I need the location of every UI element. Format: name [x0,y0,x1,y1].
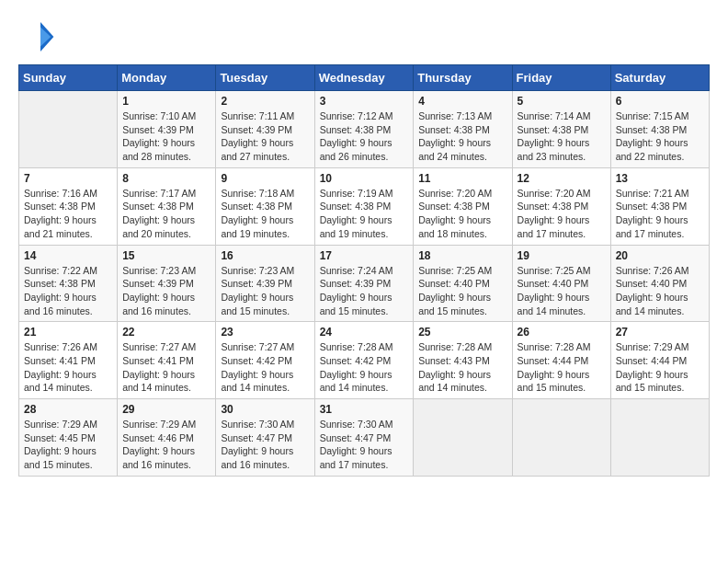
day-info: Sunrise: 7:29 AM Sunset: 4:44 PM Dayligh… [616,340,704,395]
calendar-cell: 8Sunrise: 7:17 AM Sunset: 4:38 PM Daylig… [118,167,216,245]
calendar-table: SundayMondayTuesdayWednesdayThursdayFrid… [18,64,710,477]
day-number: 31 [320,403,409,416]
day-info: Sunrise: 7:28 AM Sunset: 4:43 PM Dayligh… [418,340,506,395]
day-number: 29 [122,403,210,416]
day-info: Sunrise: 7:26 AM Sunset: 4:40 PM Dayligh… [616,264,704,318]
calendar-cell: 16Sunrise: 7:23 AM Sunset: 4:39 PM Dayli… [216,245,314,322]
day-info: Sunrise: 7:12 AM Sunset: 4:38 PM Dayligh… [320,109,409,164]
day-number: 20 [616,249,704,262]
calendar-cell: 4Sunrise: 7:13 AM Sunset: 4:38 PM Daylig… [414,91,512,168]
calendar-cell: 7Sunrise: 7:16 AM Sunset: 4:38 PM Daylig… [19,167,118,245]
day-number: 18 [418,249,506,262]
day-of-week-header: Saturday [610,65,709,91]
day-info: Sunrise: 7:15 AM Sunset: 4:38 PM Dayligh… [616,109,704,164]
calendar-cell: 6Sunrise: 7:15 AM Sunset: 4:38 PM Daylig… [610,91,709,168]
day-info: Sunrise: 7:25 AM Sunset: 4:40 PM Dayligh… [418,264,506,318]
day-info: Sunrise: 7:13 AM Sunset: 4:38 PM Dayligh… [418,109,506,164]
day-number: 13 [616,172,704,185]
day-info: Sunrise: 7:23 AM Sunset: 4:39 PM Dayligh… [122,264,210,318]
day-info: Sunrise: 7:30 AM Sunset: 4:47 PM Dayligh… [221,418,309,472]
day-number: 25 [418,326,506,339]
day-info: Sunrise: 7:22 AM Sunset: 4:38 PM Dayligh… [24,264,112,318]
day-number: 16 [221,249,309,262]
calendar-cell: 2Sunrise: 7:11 AM Sunset: 4:39 PM Daylig… [216,91,314,168]
day-number: 22 [122,326,210,339]
calendar-cell: 24Sunrise: 7:28 AM Sunset: 4:42 PM Dayli… [314,322,414,399]
calendar-cell: 30Sunrise: 7:30 AM Sunset: 4:47 PM Dayli… [216,399,314,477]
page-header [18,18,710,55]
calendar-cell: 20Sunrise: 7:26 AM Sunset: 4:40 PM Dayli… [610,245,709,322]
calendar-cell: 9Sunrise: 7:18 AM Sunset: 4:38 PM Daylig… [216,167,314,245]
calendar-cell: 26Sunrise: 7:28 AM Sunset: 4:44 PM Dayli… [512,322,610,399]
day-number: 17 [320,249,409,262]
day-number: 19 [518,249,606,262]
day-number: 10 [320,172,409,185]
calendar-cell: 10Sunrise: 7:19 AM Sunset: 4:38 PM Dayli… [314,167,414,245]
day-number: 30 [221,403,309,416]
day-number: 3 [320,95,409,108]
calendar-cell: 22Sunrise: 7:27 AM Sunset: 4:41 PM Dayli… [118,322,216,399]
day-info: Sunrise: 7:27 AM Sunset: 4:41 PM Dayligh… [122,340,210,395]
calendar-cell: 11Sunrise: 7:20 AM Sunset: 4:38 PM Dayli… [414,167,512,245]
day-info: Sunrise: 7:17 AM Sunset: 4:38 PM Dayligh… [122,187,210,241]
calendar-cell [414,399,512,477]
calendar-cell: 28Sunrise: 7:29 AM Sunset: 4:45 PM Dayli… [19,399,118,477]
day-info: Sunrise: 7:28 AM Sunset: 4:44 PM Dayligh… [518,340,606,395]
day-number: 11 [418,172,506,185]
day-info: Sunrise: 7:11 AM Sunset: 4:39 PM Dayligh… [221,109,309,164]
day-info: Sunrise: 7:29 AM Sunset: 4:45 PM Dayligh… [24,418,112,472]
day-number: 4 [418,95,506,108]
calendar-cell: 15Sunrise: 7:23 AM Sunset: 4:39 PM Dayli… [118,245,216,322]
calendar-week-row: 7Sunrise: 7:16 AM Sunset: 4:38 PM Daylig… [19,167,710,245]
day-number: 9 [221,172,309,185]
calendar-week-row: 28Sunrise: 7:29 AM Sunset: 4:45 PM Dayli… [19,399,710,477]
day-info: Sunrise: 7:25 AM Sunset: 4:40 PM Dayligh… [518,264,606,318]
day-info: Sunrise: 7:28 AM Sunset: 4:42 PM Dayligh… [320,340,409,395]
day-number: 8 [122,172,210,185]
day-info: Sunrise: 7:26 AM Sunset: 4:41 PM Dayligh… [24,340,112,395]
day-info: Sunrise: 7:27 AM Sunset: 4:42 PM Dayligh… [221,340,309,395]
day-number: 6 [616,95,704,108]
day-number: 7 [24,172,112,185]
calendar-week-row: 21Sunrise: 7:26 AM Sunset: 4:41 PM Dayli… [19,322,710,399]
day-info: Sunrise: 7:30 AM Sunset: 4:47 PM Dayligh… [320,418,409,472]
day-number: 23 [221,326,309,339]
calendar-cell: 14Sunrise: 7:22 AM Sunset: 4:38 PM Dayli… [19,245,118,322]
calendar-cell: 21Sunrise: 7:26 AM Sunset: 4:41 PM Dayli… [19,322,118,399]
day-info: Sunrise: 7:24 AM Sunset: 4:39 PM Dayligh… [320,264,409,318]
calendar-cell [19,91,118,168]
day-number: 2 [221,95,309,108]
calendar-cell: 18Sunrise: 7:25 AM Sunset: 4:40 PM Dayli… [414,245,512,322]
day-info: Sunrise: 7:16 AM Sunset: 4:38 PM Dayligh… [24,187,112,241]
calendar-week-row: 1Sunrise: 7:10 AM Sunset: 4:39 PM Daylig… [19,91,710,168]
day-number: 14 [24,249,112,262]
calendar-cell: 25Sunrise: 7:28 AM Sunset: 4:43 PM Dayli… [414,322,512,399]
calendar-cell [610,399,709,477]
calendar-cell: 19Sunrise: 7:25 AM Sunset: 4:40 PM Dayli… [512,245,610,322]
day-number: 1 [122,95,210,108]
day-info: Sunrise: 7:18 AM Sunset: 4:38 PM Dayligh… [221,187,309,241]
calendar-cell: 12Sunrise: 7:20 AM Sunset: 4:38 PM Dayli… [512,167,610,245]
day-number: 24 [320,326,409,339]
day-of-week-header: Thursday [414,65,512,91]
calendar-header-row: SundayMondayTuesdayWednesdayThursdayFrid… [19,65,710,91]
day-info: Sunrise: 7:20 AM Sunset: 4:38 PM Dayligh… [418,187,506,241]
calendar-week-row: 14Sunrise: 7:22 AM Sunset: 4:38 PM Dayli… [19,245,710,322]
day-of-week-header: Friday [512,65,610,91]
day-number: 5 [518,95,606,108]
day-info: Sunrise: 7:21 AM Sunset: 4:38 PM Dayligh… [616,187,704,241]
day-number: 12 [518,172,606,185]
day-number: 15 [122,249,210,262]
day-info: Sunrise: 7:23 AM Sunset: 4:39 PM Dayligh… [221,264,309,318]
calendar-cell: 1Sunrise: 7:10 AM Sunset: 4:39 PM Daylig… [118,91,216,168]
calendar-cell: 23Sunrise: 7:27 AM Sunset: 4:42 PM Dayli… [216,322,314,399]
day-info: Sunrise: 7:29 AM Sunset: 4:46 PM Dayligh… [122,418,210,472]
calendar-cell [512,399,610,477]
calendar-cell: 5Sunrise: 7:14 AM Sunset: 4:38 PM Daylig… [512,91,610,168]
logo [18,18,61,55]
calendar-cell: 27Sunrise: 7:29 AM Sunset: 4:44 PM Dayli… [610,322,709,399]
day-of-week-header: Wednesday [314,65,414,91]
day-number: 26 [518,326,606,339]
calendar-cell: 3Sunrise: 7:12 AM Sunset: 4:38 PM Daylig… [314,91,414,168]
day-number: 28 [24,403,112,416]
